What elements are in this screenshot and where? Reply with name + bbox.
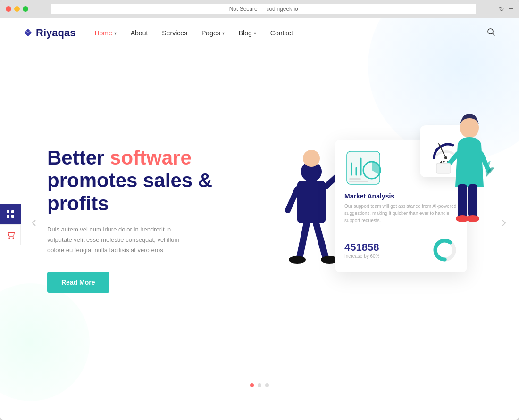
svg-line-1 bbox=[493, 33, 495, 35]
blog-arrow-icon: ▾ bbox=[254, 31, 256, 36]
read-more-button[interactable]: Read More bbox=[47, 272, 109, 293]
svg-rect-30 bbox=[468, 184, 477, 217]
hero-description: Duis autem vel eum iriure dolor in hendr… bbox=[47, 224, 189, 255]
svg-rect-2 bbox=[7, 210, 9, 213]
chart-icon bbox=[344, 149, 382, 187]
svg-line-12 bbox=[288, 189, 297, 210]
svg-rect-23 bbox=[349, 181, 368, 182]
search-icon[interactable] bbox=[487, 28, 495, 39]
svg-point-9 bbox=[303, 150, 320, 167]
nav-item-services[interactable]: Services bbox=[162, 29, 187, 37]
traffic-lights bbox=[6, 6, 28, 12]
svg-point-6 bbox=[9, 238, 10, 239]
hero-heading-part1: Better bbox=[47, 147, 110, 169]
logo-text: Riyaqas bbox=[36, 27, 75, 39]
browser-window: Not Secure — codingeek.io ↻ + ❖ Riyaqas … bbox=[0, 0, 519, 420]
svg-line-13 bbox=[300, 223, 307, 257]
svg-rect-10 bbox=[297, 181, 326, 223]
sidebar-cart-icon[interactable] bbox=[0, 224, 21, 245]
svg-point-32 bbox=[466, 215, 479, 222]
nav-links: Home ▾ About Services Pages ▾ Blog ▾ Con… bbox=[94, 29, 487, 37]
nav-item-home[interactable]: Home ▾ bbox=[94, 29, 116, 37]
browser-toolbar: Not Secure — codingeek.io ↻ + bbox=[0, 0, 519, 18]
address-bar[interactable]: Not Secure — codingeek.io bbox=[51, 4, 476, 14]
hero-section: Better software promotes sales & profits… bbox=[0, 48, 519, 401]
pages-arrow-icon: ▾ bbox=[222, 31, 225, 36]
stat-number: 451858 bbox=[344, 241, 380, 254]
stat-label: Increase by 60% bbox=[344, 254, 380, 259]
website-content: ❖ Riyaqas Home ▾ About Services Pages ▾ … bbox=[0, 18, 519, 420]
svg-point-28 bbox=[460, 117, 479, 138]
carousel-dot-3[interactable] bbox=[265, 383, 269, 387]
minimize-button[interactable] bbox=[14, 6, 20, 12]
hero-heading: Better software promotes sales & profits bbox=[47, 147, 245, 215]
carousel-dot-1[interactable] bbox=[250, 383, 254, 387]
svg-rect-3 bbox=[11, 210, 14, 213]
sidebar-grid-icon[interactable] bbox=[0, 204, 21, 224]
carousel-arrow-left[interactable] bbox=[28, 217, 40, 231]
svg-rect-5 bbox=[11, 215, 14, 218]
stats-row: 451858 Increase by 60% bbox=[344, 231, 458, 263]
hero-content: Better software promotes sales & profits… bbox=[24, 121, 495, 319]
svg-point-7 bbox=[13, 238, 14, 239]
stat-block: 451858 Increase by 60% bbox=[344, 241, 380, 259]
hero-heading-highlight: software bbox=[110, 147, 192, 169]
svg-point-15 bbox=[289, 256, 306, 264]
logo-icon: ❖ bbox=[24, 27, 32, 39]
svg-line-14 bbox=[316, 223, 326, 257]
carousel-dots bbox=[250, 383, 269, 387]
logo[interactable]: ❖ Riyaqas bbox=[24, 27, 75, 39]
donut-chart bbox=[432, 237, 458, 263]
new-tab-button[interactable]: + bbox=[508, 5, 513, 13]
navbar: ❖ Riyaqas Home ▾ About Services Pages ▾ … bbox=[0, 18, 519, 48]
nav-item-pages[interactable]: Pages ▾ bbox=[201, 29, 225, 37]
carousel-dot-2[interactable] bbox=[258, 383, 261, 387]
nav-item-blog[interactable]: Blog ▾ bbox=[239, 29, 256, 37]
svg-rect-34 bbox=[436, 163, 451, 173]
hero-illustration: 45.23 Market Analysis Our support team w… bbox=[245, 121, 495, 319]
reload-button[interactable]: ↻ bbox=[499, 5, 504, 13]
hero-text: Better software promotes sales & profits… bbox=[47, 147, 245, 293]
carousel-arrow-right[interactable] bbox=[498, 217, 510, 231]
svg-rect-29 bbox=[458, 184, 467, 217]
maximize-button[interactable] bbox=[23, 6, 28, 12]
hero-heading-part3: profits bbox=[47, 192, 109, 214]
svg-rect-22 bbox=[349, 178, 361, 180]
woman-illustration bbox=[434, 111, 495, 224]
hero-heading-part2: promotes sales & bbox=[47, 169, 212, 191]
home-arrow-icon: ▾ bbox=[114, 31, 117, 36]
nav-item-about[interactable]: About bbox=[131, 29, 148, 37]
svg-rect-4 bbox=[7, 215, 9, 218]
close-button[interactable] bbox=[6, 6, 11, 12]
nav-item-contact[interactable]: Contact bbox=[270, 29, 293, 37]
sidebar-icons bbox=[0, 204, 21, 245]
